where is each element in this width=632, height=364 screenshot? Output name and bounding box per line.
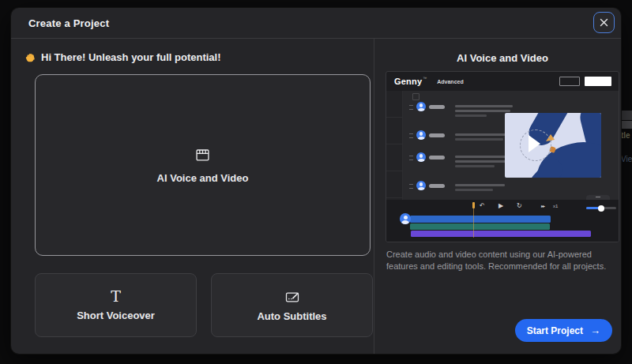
script-row [409,181,505,191]
trademark-mark: ™ [423,76,427,81]
subtitles-edit-icon [284,289,300,305]
auto-subtitles-label: Auto Subtitles [257,310,326,322]
play-icon: ▶ [498,203,503,209]
background-text-fragment: Vie [621,155,632,163]
playhead [473,202,474,238]
short-voiceover-label: Short Voiceover [77,310,155,321]
music-track [410,223,550,230]
timeline-speaker-avatar [400,213,411,224]
speaker-avatar [416,181,426,190]
text-placeholder-bars [455,184,505,191]
loop-icon: ↻ [517,203,522,209]
clapperboard-icon [194,147,211,163]
script-row [409,130,513,141]
genny-logo: Genny [394,77,422,86]
fast-forward-icon: ▸▸ [541,204,544,208]
start-project-button[interactable]: Start Project → [515,319,612,342]
speaker-name-pill [429,184,445,188]
volume-slider-knob [598,205,604,212]
detail-heading: AI Voice and Video [386,52,619,64]
background-text-fragment: tle [621,131,630,140]
preview-editor-body [386,91,619,200]
preview-timeline-area: ↶ ▶ ↻ ▸▸ x1 [386,200,619,242]
plan-label: Advanced [437,79,463,84]
panel-collapse-handle [586,195,610,200]
project-details-panel: AI Voice and Video Genny ™ Advanced [374,39,621,354]
video-preview [505,113,601,178]
speaker-name-pill [429,156,445,159]
drag-handle-icon [409,133,413,138]
speaker-avatar [416,130,426,140]
preview-toolbar-icon [412,93,419,100]
drag-handle-icon [409,105,413,110]
playback-speed-label: x1 [553,204,558,208]
script-row [409,152,513,167]
secondary-card-row: T Short Voiceover Auto Subtitles [35,273,373,337]
speaker-avatar [416,102,426,111]
project-description: Create audio and video content using our… [386,249,617,272]
start-project-label: Start Project [527,325,583,336]
drag-handle-icon [409,184,413,189]
greeting-text: Hi There! Unleash your full potential! [41,51,221,63]
greeting: Hi There! Unleash your full potential! [24,51,374,63]
script-row [409,102,513,117]
preview-sidebar [386,91,403,200]
play-icon [529,135,540,152]
modal-body: Hi There! Unleash your full potential! A… [11,39,621,354]
modal-header: Create a Project [11,8,621,39]
voice-track [410,216,551,223]
drag-handle-icon [409,156,413,160]
ai-voice-video-label: AI Voice and Video [157,172,249,184]
preview-outlined-button [559,77,580,86]
undo-icon: ↶ [480,203,485,209]
serif-T-icon: T [111,289,121,304]
create-project-modal: Create a Project [11,8,621,354]
short-voiceover-card[interactable]: T Short Voiceover [35,273,197,337]
project-type-panel: Hi There! Unleash your full potential! A… [11,39,374,354]
modal-title: Create a Project [28,17,109,29]
preview-white-button [585,77,611,86]
speaker-name-pill [429,133,445,137]
volume-slider [586,207,616,209]
ai-voice-video-card[interactable]: AI Voice and Video [35,74,371,256]
close-icon [600,18,608,27]
genny-app-preview-image: Genny ™ Advanced [386,71,619,242]
auto-subtitles-card[interactable]: Auto Subtitles [211,273,373,337]
preview-header: Genny ™ Advanced [386,72,619,91]
speaker-name-pill [429,105,445,109]
video-track [411,231,591,237]
arrow-right-icon: → [590,325,600,336]
waving-hand-icon [24,51,36,63]
close-button[interactable] [593,12,615,33]
speaker-avatar [416,152,426,162]
